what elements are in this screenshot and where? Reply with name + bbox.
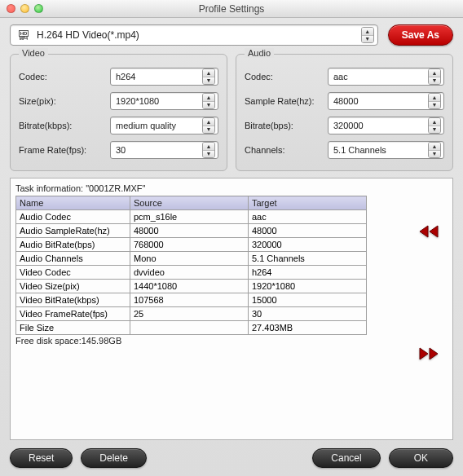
cell-target: h264 (249, 266, 367, 280)
task-table: Name Source Target Audio Codecpcm_s16lea… (15, 196, 367, 335)
stepper-icon: ▲▼ (428, 68, 441, 85)
video-bitrate-label: Bitrate(kbps): (19, 121, 110, 130)
cell-source: dvvideo (130, 266, 249, 280)
audio-panel: Audio Codec: aac ▲▼ Sample Rate(hz): 480… (236, 54, 453, 171)
cell-target: aac (249, 210, 367, 224)
video-codec-label: Codec: (19, 72, 110, 82)
cell-name: Audio Codec (16, 210, 130, 224)
audio-bitrate-label: Bitrate(bps): (245, 121, 328, 130)
profile-stepper-icon[interactable]: ▲▼ (361, 27, 374, 43)
free-disk-space: Free disk space:145.98GB (15, 336, 410, 346)
table-row: Audio SampleRate(hz)4800048000 (16, 224, 367, 238)
profile-format-icon: HD MP4 (15, 29, 32, 42)
svg-marker-2 (420, 348, 428, 359)
col-target: Target (249, 196, 367, 210)
cell-source: 48000 (130, 224, 249, 238)
save-as-button[interactable]: Save As (388, 24, 453, 46)
cell-target: 320000 (249, 238, 367, 252)
next-task-button[interactable] (417, 345, 440, 363)
cell-target: 27.403MB (249, 321, 367, 335)
svg-marker-3 (430, 348, 438, 359)
cell-source: 25 (130, 307, 249, 321)
bottom-bar: Reset Delete Cancel OK (10, 448, 453, 468)
panels-row: Video Codec: h264 ▲▼ Size(pix): 1920*108… (10, 54, 453, 171)
stepper-icon: ▲▼ (428, 142, 441, 158)
table-row: Audio BitRate(bps)768000320000 (16, 238, 367, 252)
svg-marker-1 (430, 226, 438, 237)
audio-codec-label: Codec: (245, 72, 328, 82)
video-size-select[interactable]: 1920*1080 ▲▼ (110, 92, 218, 110)
audio-sr-select[interactable]: 48000 ▲▼ (328, 92, 444, 110)
cell-name: Video Codec (16, 266, 130, 280)
stepper-icon: ▲▼ (202, 68, 215, 85)
table-row: File Size27.403MB (16, 321, 367, 335)
video-codec-select[interactable]: h264 ▲▼ (110, 68, 218, 86)
content-area: HD MP4 H.264 HD Video(*.mp4) ▲▼ Save As … (0, 18, 463, 476)
table-row: Audio Codecpcm_s16leaac (16, 210, 367, 224)
cell-source: pcm_s16le (130, 210, 249, 224)
table-row: Video Codecdvvideoh264 (16, 266, 367, 280)
task-info-area: Task information: "0001ZR.MXF" Name Sour… (10, 178, 453, 440)
cell-target: 15000 (249, 293, 367, 307)
prev-task-button[interactable] (417, 223, 440, 240)
stepper-icon: ▲▼ (202, 93, 215, 109)
cell-name: File Size (16, 321, 130, 335)
audio-sr-label: Sample Rate(hz): (245, 96, 328, 106)
table-row: Video BitRate(kbps)10756815000 (16, 293, 367, 307)
cell-source: 107568 (130, 293, 249, 307)
delete-button[interactable]: Delete (81, 448, 147, 468)
video-bitrate-select[interactable]: medium quality ▲▼ (110, 117, 218, 134)
cancel-button[interactable]: Cancel (312, 448, 380, 468)
table-row: Audio ChannelsMono5.1 Channels (16, 252, 367, 266)
audio-panel-title: Audio (245, 48, 274, 58)
cell-name: Audio BitRate(bps) (16, 238, 130, 252)
window-title: Profile Settings (0, 3, 463, 15)
task-title: Task information: "0001ZR.MXF" (15, 183, 410, 193)
cell-target: 1920*1080 (249, 280, 367, 293)
cell-source (130, 321, 249, 335)
cell-source: Mono (130, 252, 249, 266)
top-row: HD MP4 H.264 HD Video(*.mp4) ▲▼ Save As (10, 24, 453, 46)
audio-channels-select[interactable]: 5.1 Channels ▲▼ (328, 141, 444, 159)
video-fps-label: Frame Rate(fps): (19, 145, 110, 155)
col-name: Name (16, 196, 130, 210)
titlebar: Profile Settings (0, 0, 463, 18)
stepper-icon: ▲▼ (202, 142, 215, 158)
cell-name: Audio SampleRate(hz) (16, 224, 130, 238)
profile-label: H.264 HD Video(*.mp4) (37, 29, 361, 41)
stepper-icon: ▲▼ (428, 93, 441, 109)
audio-codec-select[interactable]: aac ▲▼ (328, 68, 444, 86)
cell-target: 5.1 Channels (249, 252, 367, 266)
cell-name: Audio Channels (16, 252, 130, 266)
table-row: Video FrameRate(fps)2530 (16, 307, 367, 321)
video-size-label: Size(pix): (19, 96, 110, 106)
cell-name: Video Size(pix) (16, 280, 130, 293)
cell-name: Video FrameRate(fps) (16, 307, 130, 321)
cell-source: 1440*1080 (130, 280, 249, 293)
video-panel: Video Codec: h264 ▲▼ Size(pix): 1920*108… (10, 54, 227, 171)
ok-button[interactable]: OK (389, 448, 453, 468)
cell-name: Video BitRate(kbps) (16, 293, 130, 307)
video-fps-select[interactable]: 30 ▲▼ (110, 141, 218, 159)
col-source: Source (130, 196, 249, 210)
audio-channels-label: Channels: (245, 145, 328, 155)
svg-marker-0 (420, 226, 428, 237)
video-panel-title: Video (19, 48, 48, 58)
cell-target: 30 (249, 307, 367, 321)
cell-target: 48000 (249, 224, 367, 238)
table-row: Video Size(pix)1440*10801920*1080 (16, 280, 367, 293)
stepper-icon: ▲▼ (428, 117, 441, 134)
profile-select[interactable]: HD MP4 H.264 HD Video(*.mp4) ▲▼ (10, 24, 378, 46)
audio-bitrate-select[interactable]: 320000 ▲▼ (328, 117, 444, 134)
reset-button[interactable]: Reset (10, 448, 73, 468)
cell-source: 768000 (130, 238, 249, 252)
stepper-icon: ▲▼ (202, 117, 215, 134)
